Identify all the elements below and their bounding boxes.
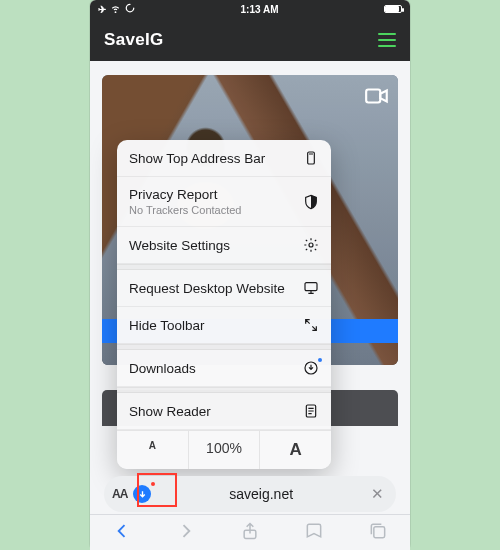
forward-button[interactable] <box>176 521 196 545</box>
menu-label: Hide Toolbar <box>129 318 205 333</box>
download-icon <box>303 360 319 376</box>
zoom-controls: A 100% A <box>117 430 331 469</box>
arrow-down-icon <box>137 489 148 500</box>
menu-label: Show Top Address Bar <box>129 151 265 166</box>
shield-icon <box>303 194 319 210</box>
menu-website-settings[interactable]: Website Settings <box>117 227 331 264</box>
menu-privacy-report[interactable]: Privacy Report No Trackers Contacted <box>117 177 331 227</box>
phone-icon <box>303 150 319 166</box>
zoom-out-button[interactable]: A <box>117 431 188 469</box>
status-bar: ✈︎ 1:13 AM <box>90 0 410 18</box>
menu-sublabel: No Trackers Contacted <box>129 204 242 216</box>
tabs-button[interactable] <box>368 521 388 545</box>
page-settings-menu: Show Top Address Bar Privacy Report No T… <box>117 140 331 469</box>
menu-request-desktop[interactable]: Request Desktop Website <box>117 270 331 307</box>
svg-rect-0 <box>366 90 380 103</box>
battery-icon <box>384 5 402 13</box>
loading-icon <box>125 3 135 15</box>
svg-rect-4 <box>305 283 317 291</box>
menu-show-top-address[interactable]: Show Top Address Bar <box>117 140 331 177</box>
zoom-in-button[interactable]: A <box>259 431 331 469</box>
menu-label: Website Settings <box>129 238 230 253</box>
page-format-button[interactable]: AA <box>112 487 127 501</box>
address-bar[interactable]: AA saveig.net ✕ <box>104 476 396 512</box>
browser-toolbar <box>90 514 410 550</box>
menu-label: Downloads <box>129 361 196 376</box>
svg-point-3 <box>309 243 313 247</box>
status-time: 1:13 AM <box>241 4 279 15</box>
url-text: saveig.net <box>151 486 371 502</box>
expand-icon <box>303 317 319 333</box>
site-brand: SaveIG <box>104 30 163 50</box>
menu-show-reader[interactable]: Show Reader <box>117 393 331 430</box>
video-icon <box>364 83 390 113</box>
stop-reload-button[interactable]: ✕ <box>371 485 384 503</box>
menu-label: Request Desktop Website <box>129 281 285 296</box>
bookmarks-button[interactable] <box>304 521 324 545</box>
notification-dot <box>318 358 322 362</box>
zoom-level[interactable]: 100% <box>188 431 260 469</box>
svg-rect-13 <box>374 526 385 537</box>
share-button[interactable] <box>240 521 260 545</box>
gear-icon <box>303 237 319 253</box>
menu-label: Show Reader <box>129 404 211 419</box>
menu-icon[interactable] <box>378 33 396 47</box>
desktop-icon <box>303 280 319 296</box>
wifi-icon <box>110 3 121 16</box>
menu-hide-toolbar[interactable]: Hide Toolbar <box>117 307 331 344</box>
back-button[interactable] <box>112 521 132 545</box>
menu-label: Privacy Report <box>129 187 242 202</box>
menu-downloads[interactable]: Downloads <box>117 350 331 387</box>
airplane-icon: ✈︎ <box>98 4 106 15</box>
downloads-indicator[interactable] <box>133 485 151 503</box>
reader-icon <box>303 403 319 419</box>
site-header: SaveIG <box>90 18 410 61</box>
